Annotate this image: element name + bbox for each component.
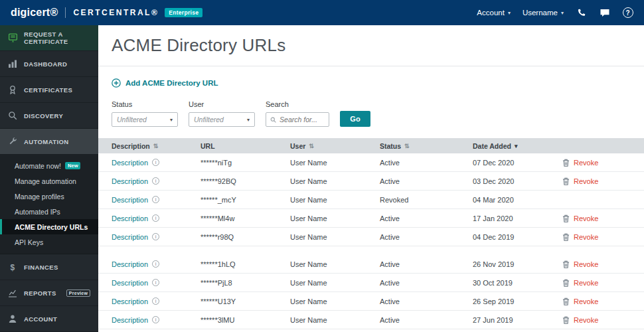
revoke-button[interactable]: Revoke: [562, 260, 598, 268]
bar-chart-icon: [8, 59, 18, 69]
phone-icon[interactable]: [576, 7, 587, 19]
status-cell: Active: [380, 260, 473, 268]
revoke-button[interactable]: Revoke: [562, 214, 598, 222]
revoke-button[interactable]: Revoke: [562, 159, 598, 167]
add-link-label: Add ACME Directory URL: [125, 79, 218, 87]
sidebar-item-reports[interactable]: REPORTS Preview: [0, 280, 98, 306]
description-link[interactable]: Description: [112, 316, 148, 324]
trash-icon: [562, 177, 570, 185]
column-header-status[interactable]: Status ⇅: [380, 142, 473, 150]
info-icon[interactable]: i: [152, 233, 159, 240]
info-icon[interactable]: i: [152, 177, 159, 185]
column-header-date-added[interactable]: Date Added ▾: [473, 142, 562, 150]
sidebar-item-dashboard[interactable]: DASHBOARD: [0, 51, 98, 77]
info-icon[interactable]: i: [152, 279, 159, 286]
trash-icon: [562, 316, 570, 324]
search-input[interactable]: [280, 116, 325, 124]
sidebar-item-account[interactable]: ACCOUNT: [0, 306, 98, 332]
user-filter-value: Unfiltered: [194, 116, 224, 124]
line-chart-icon: [8, 288, 18, 298]
sidebar-item-label: REPORTS: [24, 290, 56, 297]
table-row: Descriptioni ******PjL8 User Name Active…: [98, 274, 644, 292]
help-icon[interactable]: ?: [622, 7, 633, 19]
sidebar-subitem-manage-profiles[interactable]: Manage profiles: [0, 189, 98, 204]
username-menu[interactable]: Username ▾: [523, 9, 564, 17]
filter-bar: Status Unfiltered ▾ User Unfiltered ▾ Se…: [112, 100, 631, 127]
sidebar-subitem-automate-now[interactable]: Automate now! New: [0, 158, 98, 173]
username-menu-label: Username: [523, 9, 558, 17]
description-link[interactable]: Description: [112, 159, 148, 167]
column-header-user[interactable]: User ⇅: [290, 142, 380, 150]
info-icon[interactable]: i: [152, 159, 159, 166]
column-header-url[interactable]: URL: [201, 142, 290, 150]
revoke-button[interactable]: Revoke: [562, 233, 598, 241]
column-header-description[interactable]: Description ⇅: [112, 142, 201, 150]
add-acme-directory-url-link[interactable]: Add ACME Directory URL: [112, 78, 218, 88]
sort-icon[interactable]: ⇅: [309, 143, 314, 149]
table-row: Descriptioni ******3lMU User Name Active…: [98, 311, 644, 329]
sidebar-item-request-a-certificate[interactable]: REQUEST A CERTIFICATE: [0, 25, 98, 51]
revoke-button[interactable]: Revoke: [562, 279, 598, 287]
user-filter-select[interactable]: Unfiltered ▾: [189, 112, 255, 127]
acme-urls-table: Description ⇅ URL User ⇅ Status ⇅ Date A…: [98, 138, 644, 329]
table-header: Description ⇅ URL User ⇅ Status ⇅ Date A…: [98, 138, 644, 153]
sidebar-subitem-manage-automation[interactable]: Manage automation: [0, 173, 98, 189]
info-icon[interactable]: i: [152, 316, 159, 323]
account-menu[interactable]: Account ▾: [477, 9, 511, 17]
description-link[interactable]: Description: [112, 196, 148, 204]
info-icon[interactable]: i: [152, 260, 159, 268]
info-icon[interactable]: i: [152, 214, 159, 222]
chat-icon[interactable]: [599, 7, 610, 19]
preview-badge: Preview: [66, 290, 91, 297]
sidebar-subitem-label: Manage automation: [15, 177, 76, 185]
sidebar-item-automation[interactable]: AUTOMATION: [0, 129, 98, 155]
sort-icon[interactable]: ⇅: [153, 143, 159, 149]
description-link[interactable]: Description: [112, 177, 148, 185]
new-badge: New: [65, 162, 80, 169]
trash-icon: [562, 260, 570, 268]
status-filter-label: Status: [112, 100, 178, 108]
trash-icon: [562, 159, 570, 167]
table-group-gap: [98, 246, 644, 255]
search-filter-label: Search: [266, 100, 329, 108]
status-cell: Active: [380, 279, 473, 287]
date-cell: 03 Dec 2020: [473, 177, 562, 185]
status-cell: Active: [380, 177, 473, 185]
search-icon: [8, 111, 18, 121]
sidebar-item-finances[interactable]: $ FINANCES: [0, 254, 98, 280]
top-bar: digicert® CERTCENTRAL® Enterprise Accoun…: [0, 0, 644, 25]
revoke-button[interactable]: Revoke: [562, 316, 598, 324]
go-button[interactable]: Go: [340, 111, 370, 127]
info-icon[interactable]: i: [152, 196, 159, 203]
ribbon-icon: [8, 85, 18, 95]
page-title: ACME Directory URLs: [98, 25, 644, 66]
digicert-logo[interactable]: digicert®: [11, 7, 58, 19]
description-link[interactable]: Description: [112, 297, 148, 305]
info-icon[interactable]: i: [152, 297, 159, 305]
sidebar-subitem-api-keys[interactable]: API Keys: [0, 234, 98, 250]
certcentral-wordmark: CERTCENTRAL®: [73, 8, 159, 17]
url-cell: ******Ml4w: [201, 214, 290, 222]
description-link[interactable]: Description: [112, 214, 148, 222]
revoke-button[interactable]: Revoke: [562, 297, 598, 305]
svg-text:$: $: [10, 263, 15, 272]
sidebar-item-certificates[interactable]: CERTIFICATES: [0, 77, 98, 103]
enterprise-badge: Enterprise: [165, 8, 202, 17]
topbar-right: Account ▾ Username ▾ ?: [477, 7, 633, 19]
sort-desc-icon[interactable]: ▾: [515, 143, 518, 149]
url-cell: ******niTg: [201, 159, 290, 167]
sidebar-subitem-automated-ips[interactable]: Automated IPs: [0, 204, 98, 219]
status-filter-value: Unfiltered: [117, 116, 147, 124]
sidebar-item-discovery[interactable]: DISCOVERY: [0, 103, 98, 129]
sort-icon[interactable]: ⇅: [404, 143, 410, 149]
status-filter-select[interactable]: Unfiltered ▾: [112, 112, 178, 127]
description-link[interactable]: Description: [112, 233, 148, 241]
description-link[interactable]: Description: [112, 279, 148, 287]
wrench-icon: [8, 137, 18, 147]
user-filter-label: User: [189, 100, 255, 108]
status-filter: Status Unfiltered ▾: [112, 100, 178, 127]
revoke-button[interactable]: Revoke: [562, 177, 598, 185]
sidebar-subitem-acme-directory-urls[interactable]: ACME Directory URLs: [0, 219, 98, 234]
description-link[interactable]: Description: [112, 260, 148, 268]
trash-icon: [562, 279, 570, 287]
